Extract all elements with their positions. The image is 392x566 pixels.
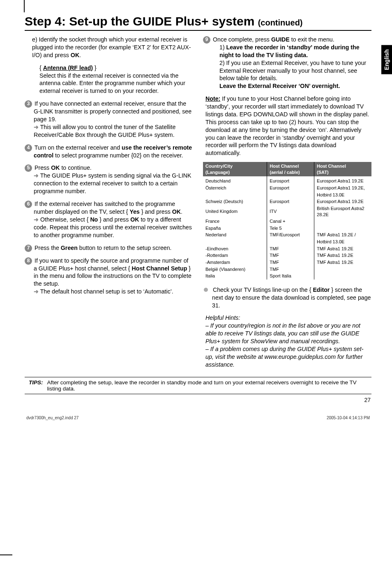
table-row: Schweiz (Deutsch)EurosportEurosport Astr… (203, 198, 371, 205)
s9-i2b: Leave the External Receiver ‘ON’ overnig… (219, 83, 340, 89)
cell: Italia (203, 273, 267, 280)
arrow-icon: ➜ (34, 216, 39, 223)
cell: TMF (267, 252, 314, 259)
cell: Eurosport Astra1 19.2E, (314, 185, 371, 192)
cell: -Amsterdam (203, 259, 267, 266)
tips-bar: TIPS: After completing the setup, leave … (25, 377, 371, 394)
bullet-4: 4 (25, 144, 32, 152)
hints-l1: – If your country/region is not in the l… (205, 322, 360, 344)
note-body: If you tune to your Host Channel before … (205, 95, 369, 156)
bullet-disc (204, 288, 208, 292)
cell (314, 273, 371, 280)
yes: Yes (129, 208, 139, 215)
check-block: Check your TV listings line-up on the { … (203, 286, 371, 310)
check-pre: Check your TV listings line-up on the { (213, 286, 313, 293)
cell: British Eurosport Astra2 28.2E (314, 205, 371, 218)
cell: -Rotterdam (203, 252, 267, 259)
cell: Nederland (203, 231, 267, 238)
s7-green: Green (61, 245, 78, 251)
th-sat: Host Channel(SAT) (314, 162, 371, 176)
cell: Eurosport (267, 176, 314, 185)
cell: Eurosport (267, 185, 314, 192)
s9-guide: GUIDE (271, 36, 290, 43)
cell: TMF Astra1 19.2E (314, 252, 371, 259)
title-continued: (continued) (258, 18, 303, 27)
arrow-icon: ➜ (34, 172, 39, 179)
check-bold: Editor (313, 286, 330, 293)
tips-label: TIPS: (29, 379, 47, 392)
hints-l2: – If a problem comes up during the GUIDE… (205, 346, 363, 368)
step-3: 3 If you have connected an external rece… (25, 100, 193, 139)
cell: TMF (267, 245, 314, 252)
s9-item2: 2) If you use an External Receiver, you … (212, 59, 371, 90)
step-7: 7 Press the Green button to return to th… (25, 244, 193, 252)
hints-block: Helpful Hints: – If your country/region … (203, 314, 371, 368)
cell: België (Vlaanderen) (203, 266, 267, 273)
table-row: ItaliaSport Italia (203, 273, 371, 280)
cell: Eurosport Astra1 19.2E (314, 176, 371, 185)
antenna-text: Select this if the external receiver is … (39, 72, 185, 95)
antenna-block: { Antenna (RF lead) } Select this if the… (25, 64, 193, 95)
host-channel-table: Country/City(Language) Host Channel(aeri… (203, 162, 371, 280)
cell: TMF (267, 266, 314, 273)
cell (314, 266, 371, 273)
item-e: e) Identify the socket through which you… (25, 36, 193, 59)
table-row: Hotbird 13.0E (203, 192, 371, 199)
left-column: e) Identify the socket through which you… (25, 36, 193, 374)
table-row: United KingdomITVBritish Eurosport Astra… (203, 205, 371, 218)
cell: España (203, 225, 267, 232)
th-aerial: Host Channel(aerial / cable) (267, 162, 314, 176)
bullet-8: 8 (25, 257, 32, 265)
cell: Sport Italia (267, 273, 314, 280)
step-9: 9 Once complete, press GUIDE to exit the… (203, 36, 371, 90)
table-row: FranceCanal + (203, 218, 371, 225)
page-title: Step 4: Set-up the GUIDE Plus+ system (c… (25, 14, 371, 28)
s9-i1b: Leave the recorder in ‘standby’ mode dur… (219, 44, 360, 58)
cell (203, 238, 267, 245)
cell (267, 238, 314, 245)
step-4: 4 Turn on the external receiver and use … (25, 144, 193, 159)
table-row: -RotterdamTMFTMF Astra1 19.2E (203, 252, 371, 259)
table-row: NederlandTMF/EurosportTMF Astra1 19.2E / (203, 231, 371, 238)
step-8: 8 If you want to specify the source and … (25, 257, 193, 296)
table-row: DeutschlandEurosportEurosport Astra1 19.… (203, 176, 371, 185)
s8-bold: Host Channel Setup (132, 265, 187, 272)
s5-sub: The GUIDE Plus+ system is sending signal… (34, 172, 191, 194)
cell (267, 192, 314, 199)
s5-ok: OK (51, 164, 60, 171)
table-row: -AmsterdamTMFTMF Astra1 19.2E (203, 259, 371, 266)
note-block: Note: If you tune to your Host Channel b… (203, 95, 371, 157)
cell: Eurosport (267, 198, 314, 205)
cell: TMF Astra1 19.2E / (314, 231, 371, 238)
cell: Canal + (267, 218, 314, 225)
s4-pre: Turn on the external receiver and (35, 144, 122, 151)
cell: France (203, 218, 267, 225)
s9-item1: 1) Leave the recorder in ‘standby’ mode … (212, 44, 371, 59)
arrow-icon: ➜ (34, 124, 39, 130)
p: . (181, 208, 182, 215)
footer: dvdr7300h_eu_eng2.indd 27 2005-10-04 4:1… (25, 416, 371, 420)
page-number: 27 (25, 394, 371, 403)
bullet-5: 5 (25, 164, 32, 172)
page: English Step 4: Set-up the GUIDE Plus+ s… (0, 0, 392, 566)
cell: Österreich (203, 185, 267, 192)
title-rule (25, 30, 371, 31)
arrow-icon: ➜ (34, 288, 39, 295)
s8-sub: The default host channel setup is set to… (39, 288, 173, 295)
no: No (90, 216, 98, 223)
s5-pre: Press (35, 164, 51, 171)
t2: } and press (140, 208, 172, 215)
crop-mark-left (0, 554, 12, 555)
antenna-heading: Antenna (RF lead) (43, 65, 93, 71)
s7-post: button to return to the setup screen. (78, 245, 172, 251)
table-row: -EindhovenTMFTMF Astra1 19.2E (203, 245, 371, 252)
language-tab: English (381, 45, 392, 74)
table-row: België (Vlaanderen)TMF (203, 266, 371, 273)
cell: TMF Astra1 19.2E (314, 245, 371, 252)
table-row: Hotbird 13.0E (203, 238, 371, 245)
period: . (79, 52, 81, 58)
ok: OK (172, 208, 181, 215)
step-5: 5 Press OK to continue. ➜ The GUIDE Plus… (25, 164, 193, 195)
right-column: 9 Once complete, press GUIDE to exit the… (203, 36, 371, 374)
s9-post: to exit the menu. (290, 36, 334, 43)
